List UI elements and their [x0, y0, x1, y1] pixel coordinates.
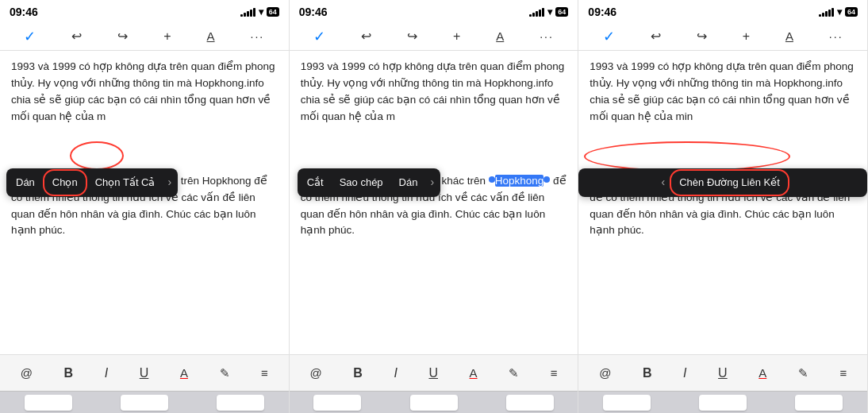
status-time-1: 09:46 [10, 6, 38, 18]
highlighted-word-2: Hopkhong [495, 175, 544, 187]
menu-arrow-right-2[interactable]: › [425, 168, 439, 197]
bold-icon-3[interactable]: B [643, 366, 652, 380]
content-3: 1993 và 1999 có hợp không dựa trên quan … [578, 51, 867, 354]
context-menu-3[interactable]: ‹ Chèn Đường Liên Kết [578, 168, 867, 197]
undo-icon-3[interactable]: ↩ [646, 27, 666, 45]
context-menu-1[interactable]: Dán Chọn Chọn Tất Cả › [6, 168, 178, 197]
list-icon-3[interactable]: ≡ [839, 366, 847, 380]
undo-icon-1[interactable]: ↩ [67, 27, 86, 45]
keyboard-bar-3 [578, 391, 867, 413]
wifi-icon-3: ▾ [837, 6, 842, 17]
add-icon-2[interactable]: + [448, 28, 465, 45]
body-text-1: 1993 và 1999 có hợp không dựa trên quan … [11, 59, 278, 125]
list-icon-2[interactable]: ≡ [551, 366, 558, 380]
menu-dan-1[interactable]: Dán [8, 169, 43, 196]
wifi-icon-1: ▾ [259, 6, 263, 17]
status-icons-3: ▾ 64 [819, 6, 858, 17]
status-icons-1: ▾ 64 [240, 6, 279, 17]
status-bar-1: 09:46 ▾ 64 [0, 0, 289, 22]
status-icons-2: ▾ 64 [529, 6, 568, 17]
pen-icon-1[interactable]: ✎ [220, 366, 230, 380]
underline-icon-1[interactable]: U [140, 366, 149, 380]
content-2: 1993 và 1999 có hợp không dựa trên quan … [290, 51, 578, 354]
keyboard-bar-1 [0, 391, 289, 413]
menu-chon-tat-ca-1[interactable]: Chọn Tất Cả [87, 169, 163, 196]
pen-icon-2[interactable]: ✎ [509, 366, 519, 380]
add-icon-1[interactable]: + [159, 28, 175, 45]
list-icon-1[interactable]: ≡ [261, 366, 268, 380]
kb-key-1c [217, 395, 264, 411]
more-icon-2[interactable]: ··· [535, 29, 559, 44]
kb-key-3b [699, 395, 747, 411]
format-bar-1: @ B I U A ✎ ≡ [0, 354, 289, 391]
battery-1: 64 [267, 7, 279, 17]
wifi-icon-2: ▾ [547, 6, 552, 17]
kb-key-3a [603, 395, 651, 411]
body-text-2: 1993 và 1999 có hợp không dựa trên quan … [301, 59, 567, 125]
font-color-icon-3[interactable]: A [759, 366, 766, 380]
undo-icon-2[interactable]: ↩ [356, 27, 376, 45]
status-time-3: 09:46 [588, 6, 616, 18]
panel-2: 09:46 ▾ 64 ✓ ↩ ↪ + A ··· 1993 và 1999 có… [290, 0, 579, 413]
redo-icon-3[interactable]: ↪ [692, 27, 712, 45]
toolbar-1: ✓ ↩ ↪ + A ··· [0, 22, 289, 51]
content-1: 1993 và 1999 có hợp không dựa trên quan … [0, 51, 289, 354]
signal-icon-3 [819, 8, 834, 17]
status-bar-2: 09:46 ▾ 64 [290, 0, 578, 22]
at-icon-3[interactable]: @ [599, 366, 611, 380]
signal-icon-2 [529, 8, 544, 17]
redo-icon-1[interactable]: ↪ [113, 27, 133, 45]
kb-key-1b [121, 395, 168, 411]
font-icon-2[interactable]: A [491, 28, 509, 44]
italic-icon-2[interactable]: I [394, 366, 397, 380]
check-icon-1[interactable]: ✓ [19, 26, 40, 47]
kb-key-2b [410, 395, 458, 411]
font-color-icon-2[interactable]: A [470, 366, 478, 380]
menu-chon-1[interactable]: Chọn [43, 169, 87, 196]
font-color-icon-1[interactable]: A [180, 366, 188, 380]
kb-key-3c [795, 395, 843, 411]
format-bar-2: @ B I U A ✎ ≡ [290, 354, 578, 391]
kb-key-1a [25, 395, 72, 411]
at-icon-1[interactable]: @ [21, 366, 33, 380]
selection-handle-left-2 [489, 176, 495, 183]
menu-dan-2[interactable]: Dán [391, 169, 426, 196]
body-text-3: 1993 và 1999 có hợp không dựa trên quan … [590, 59, 856, 125]
selection-handle-right-2 [543, 176, 550, 183]
italic-icon-3[interactable]: I [683, 366, 686, 380]
at-icon-2[interactable]: @ [309, 366, 321, 380]
font-icon-3[interactable]: A [781, 28, 798, 44]
status-time-2: 09:46 [299, 6, 328, 18]
kb-key-2a [313, 395, 361, 411]
pen-icon-3[interactable]: ✎ [798, 366, 808, 380]
more-icon-1[interactable]: ··· [246, 29, 270, 44]
more-icon-3[interactable]: ··· [824, 29, 848, 44]
menu-cat-2[interactable]: Cắt [299, 169, 332, 196]
panel-3: 09:46 ▾ 64 ✓ ↩ ↪ + A ··· 1993 và 1999 có… [578, 0, 868, 413]
format-bar-3: @ B I U A ✎ ≡ [578, 354, 867, 391]
font-icon-1[interactable]: A [202, 28, 220, 44]
keyboard-bar-2 [290, 391, 578, 413]
menu-arrow-right-1[interactable]: › [163, 168, 177, 197]
signal-icon-1 [240, 8, 255, 17]
add-icon-3[interactable]: + [738, 28, 755, 45]
toolbar-3: ✓ ↩ ↪ + A ··· [578, 22, 867, 51]
bold-icon-2[interactable]: B [353, 366, 363, 380]
bold-icon-1[interactable]: B [64, 366, 74, 380]
menu-sao-chep-2[interactable]: Sao chép [332, 169, 391, 196]
menu-arrow-left-3[interactable]: ‹ [657, 168, 670, 197]
check-icon-3[interactable]: ✓ [598, 26, 620, 47]
underline-icon-3[interactable]: U [718, 366, 728, 380]
menu-chen-duong-lien-ket-3[interactable]: Chèn Đường Liên Kết [670, 169, 789, 196]
check-icon-2[interactable]: ✓ [309, 26, 330, 47]
kb-key-2c [506, 395, 554, 411]
toolbar-2: ✓ ↩ ↪ + A ··· [290, 22, 578, 51]
battery-2: 64 [555, 7, 568, 17]
context-menu-2[interactable]: Cắt Sao chép Dán › [298, 168, 440, 197]
redo-icon-2[interactable]: ↪ [402, 27, 422, 45]
underline-icon-2[interactable]: U [428, 366, 438, 380]
italic-icon-1[interactable]: I [105, 366, 108, 380]
panel-1: 09:46 ▾ 64 ✓ ↩ ↪ + A ··· 1993 và 1999 có… [0, 0, 290, 413]
battery-3: 64 [845, 7, 858, 17]
status-bar-3: 09:46 ▾ 64 [578, 0, 867, 22]
